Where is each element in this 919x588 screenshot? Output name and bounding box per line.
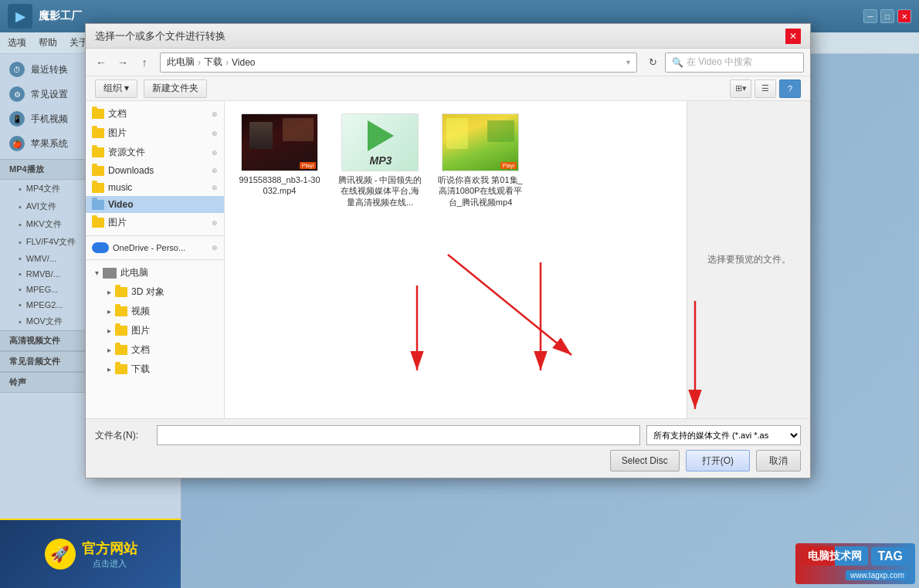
view-list-button[interactable]: ☰ [755,79,776,98]
search-placeholder: 在 Video 中搜索 [687,56,752,69]
folder-icon [92,218,104,228]
search-bar[interactable]: 🔍 在 Video 中搜索 [665,52,804,73]
watermark-site: 电脑技术网 [808,549,862,562]
dialog-left-panel: 文档 ⊕ 图片 ⊕ 资源文件 ⊕ Downloads ⊕ [86,101,225,418]
file-dialog: 选择一个或多个文件进行转换 ✕ ← → ↑ 此电脑 › 下载 › Video ▾… [85,23,811,478]
win-controls: ─ □ ✕ [863,9,911,23]
left-item-music[interactable]: music ⊕ [86,179,224,196]
recent-icon: ⏱ [9,62,25,77]
watermark-url: www.tagxp.com [846,570,909,580]
folder-icon [115,306,127,316]
filename-label: 文件名(N): [95,429,157,442]
left-divider1 [86,235,224,236]
file-name-0: 991558388_nb3-1-30032.mp4 [237,174,322,197]
refresh-button[interactable]: ↻ [643,53,662,72]
left-item-pictures[interactable]: 图片 ⊕ [86,123,224,143]
file-thumbnail-1: MP3 [341,113,419,171]
breadcrumb-part-downloads[interactable]: 下载 [204,56,222,69]
breadcrumb-part-video[interactable]: Video [232,57,255,68]
left-item-videos-sys[interactable]: ▸ 视频 [86,302,224,321]
left-item-computer[interactable]: ▾ 此电脑 [86,263,224,282]
left-item-pictures2[interactable]: 图片 ⊕ [86,213,224,232]
nav-back-button[interactable]: ← [92,53,110,72]
official-website-banner[interactable]: 🚀 官方网站 点击进入 [0,519,181,588]
file-thumbnail-0: Playi [241,113,318,171]
toolbar-view-controls: ⊞▾ ☰ ? [730,79,801,98]
left-item-resources[interactable]: 资源文件 ⊕ [86,143,224,162]
breadcrumb-part-computer[interactable]: 此电脑 [167,56,195,69]
file-item-2[interactable]: Playi 听说你喜欢我 第01集_高清1080P在线观看平台_腾讯视频mp4 [438,113,523,208]
file-area: Playi 991558388_nb3-1-30032.mp4 MP3 腾讯视频 [225,101,687,418]
app-title: 魔影工厂 [39,9,863,23]
file-item-1[interactable]: MP3 腾讯视频 - 中国领先的在线视频媒体平台,海量高清视频在线... [337,113,422,208]
folder-icon [92,183,104,193]
computer-icon [103,268,117,279]
dialog-navbar: ← → ↑ 此电脑 › 下载 › Video ▾ ↻ 🔍 在 Video 中搜索 [86,49,810,76]
dialog-title: 选择一个或多个文件进行转换 [95,29,785,43]
left-item-docs-sys[interactable]: ▸ 文档 [86,340,224,360]
left-item-video[interactable]: Video [86,196,224,213]
buttons-row: Select Disc 打开(O) 取消 [95,450,801,471]
preview-text: 选择要预览的文件。 [707,253,791,266]
menu-help[interactable]: 帮助 [39,36,57,49]
folder-icon [115,364,127,374]
dialog-right: Playi 991558388_nb3-1-30032.mp4 MP3 腾讯视频 [225,101,810,418]
dialog-toolbar: 组织 ▾ 新建文件夹 ⊞▾ ☰ ? [86,76,810,101]
cancel-button[interactable]: 取消 [756,450,801,471]
tag-watermark: 电脑技术网 TAG www.tagxp.com [795,543,915,584]
folder-icon [115,326,127,336]
left-item-onedrive[interactable]: OneDrive - Perso... ⊕ [86,239,224,256]
nav-forward-button[interactable]: → [114,53,132,72]
filename-input[interactable] [157,425,640,445]
mobile-icon: 📱 [9,111,25,127]
watermark-tag: TAG [877,549,903,563]
close-button[interactable]: ✕ [897,9,911,23]
new-folder-button[interactable]: 新建文件夹 [144,79,207,98]
left-item-documents[interactable]: 文档 ⊕ [86,104,224,123]
folder-icon [92,147,104,157]
folder-icon [92,166,104,176]
dialog-bottom: 文件名(N): 所有支持的媒体文件 (*.avi *.as Select Dis… [86,418,810,478]
minimize-button[interactable]: ─ [863,9,877,23]
dialog-body: 文档 ⊕ 图片 ⊕ 资源文件 ⊕ Downloads ⊕ [86,101,810,418]
filetype-select[interactable]: 所有支持的媒体文件 (*.avi *.as [646,425,801,445]
file-name-2: 听说你喜欢我 第01集_高清1080P在线观看平台_腾讯视频mp4 [438,174,523,208]
help-button[interactable]: ? [779,79,801,98]
search-icon: 🔍 [672,57,683,68]
nav-up-button[interactable]: ↑ [135,53,154,72]
menu-options[interactable]: 选项 [8,36,26,49]
apple-icon: 🍎 [9,136,25,151]
folder-icon [92,109,104,119]
play-badge-2: Playi [500,162,517,169]
left-item-dl-sys[interactable]: ▸ 下载 [86,360,224,379]
file-thumbnail-2: Playi [442,113,519,171]
banner-content: 官方网站 点击进入 [82,539,137,569]
file-name-1: 腾讯视频 - 中国领先的在线视频媒体平台,海量高清视频在线... [337,174,422,208]
select-disc-button[interactable]: Select Disc [610,450,680,471]
preview-panel: 选择要预览的文件。 [687,101,810,418]
settings-icon: ⚙ [9,86,25,102]
app-logo: ▶ [8,4,32,29]
view-icons-button[interactable]: ⊞▾ [730,79,751,98]
file-item-0[interactable]: Playi 991558388_nb3-1-30032.mp4 [237,113,322,208]
left-item-3d[interactable]: ▸ 3D 对象 [86,282,224,302]
breadcrumb: 此电脑 › 下载 › Video ▾ [160,52,637,73]
left-item-downloads[interactable]: Downloads ⊕ [86,162,224,179]
onedrive-icon [92,242,109,253]
mp3-play-triangle [368,120,394,151]
left-divider2 [86,259,224,260]
filename-row: 文件名(N): 所有支持的媒体文件 (*.avi *.as [95,425,801,445]
banner-icon: 🚀 [45,539,76,569]
open-button[interactable]: 打开(O) [686,450,750,471]
organize-button[interactable]: 组织 ▾ [95,79,137,98]
left-item-pics-sys[interactable]: ▸ 图片 [86,321,224,340]
folder-icon [92,200,104,210]
maximize-button[interactable]: □ [880,9,894,23]
dialog-titlebar: 选择一个或多个文件进行转换 ✕ [86,24,810,49]
folder-icon [115,345,127,355]
play-badge-0: Playi [300,162,316,169]
app-window: ▶ 魔影工厂 ─ □ ✕ 选项 帮助 关于 ⏱ 最近转换 ▶ ⚙ 常见设 [0,0,919,588]
folder-icon [115,287,127,297]
dialog-close-button[interactable]: ✕ [785,29,801,44]
folder-icon [92,128,104,138]
